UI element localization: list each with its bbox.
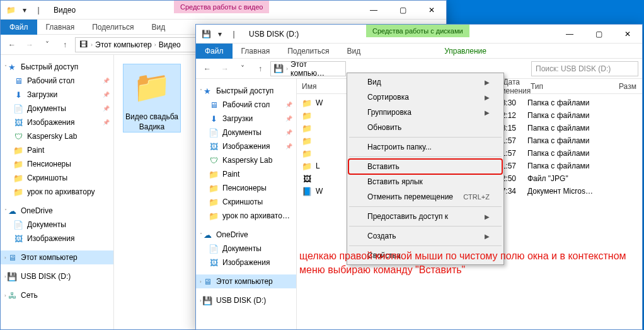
ribbon-file[interactable]: Файл <box>1 20 37 35</box>
nav-item-label: Пенсионеры <box>27 160 71 168</box>
maximize-button[interactable]: ▢ <box>388 1 417 20</box>
nav-item[interactable]: 📁Paint <box>1 143 113 157</box>
nav-item-icon: 🖼 <box>209 257 219 268</box>
nav-item[interactable]: 📁Скриншоты <box>196 195 296 209</box>
file-icon: 📁 <box>302 123 312 133</box>
contextual-tab[interactable]: Средства работы с видео <box>174 1 269 13</box>
menu-item[interactable]: Предоставить доступ к▶ <box>348 209 502 224</box>
menu-item[interactable]: Настроить папку... <box>348 139 502 155</box>
nav-item-icon: 📁 <box>13 145 23 155</box>
breadcrumb-segment[interactable]: Видео <box>159 40 181 49</box>
menu-item[interactable]: Вставить ярлык <box>348 174 502 189</box>
menu-item[interactable]: Сортировка▶ <box>348 90 502 105</box>
menu-item[interactable]: Группировка▶ <box>348 105 502 120</box>
close-button[interactable]: ✕ <box>613 25 642 44</box>
ribbon-file[interactable]: Файл <box>196 44 233 59</box>
annotation-text: щелкаю правой кнопкой мыши по чистому по… <box>299 249 640 278</box>
minimize-button[interactable]: — <box>359 1 388 20</box>
menu-item[interactable]: Создать▶ <box>348 228 502 244</box>
nav-item[interactable]: 🖼Изображения <box>196 139 296 153</box>
col-size[interactable]: Разм <box>614 82 642 91</box>
nav-item-icon: 📁 <box>209 211 219 221</box>
titlebar[interactable]: 📁 ▾ | Видео Средства работы с видео — ▢ … <box>1 1 446 20</box>
minimize-button[interactable]: — <box>555 25 584 44</box>
ribbon-view[interactable]: Вид <box>338 44 369 59</box>
nav-item[interactable]: 📁Пенсионеры <box>1 157 113 171</box>
nav-item[interactable]: 🛡Kaspersky Lab <box>196 153 296 167</box>
ribbon-manage[interactable]: Управление <box>435 44 495 59</box>
nav-item[interactable]: 📄Документы <box>1 218 113 232</box>
nav-item[interactable]: 📁Paint <box>196 167 296 181</box>
ribbon-share[interactable]: Поделиться <box>279 44 338 59</box>
nav-item-label: Документы <box>222 244 262 253</box>
menu-label: Обновить <box>367 123 401 132</box>
nav-usb[interactable]: ›💾USB DISK (D:) <box>1 269 113 283</box>
nav-onedrive[interactable]: ˅☁OneDrive <box>196 228 296 242</box>
ribbon-share[interactable]: Поделиться <box>83 20 142 35</box>
cell-name: W <box>316 98 347 107</box>
menu-item[interactable]: Отменить перемещениеCTRL+Z <box>348 189 502 204</box>
contextual-tab[interactable]: Средства работы с дисками <box>366 25 469 37</box>
nav-item[interactable]: 🖼Изображения <box>1 232 113 245</box>
menu-item[interactable]: Вид▶ <box>348 74 502 90</box>
nav-item[interactable]: 🖥Рабочий стол <box>1 74 113 88</box>
nav-item-label: Пенсионеры <box>222 184 267 192</box>
nav-quick-access[interactable]: ˅★Быстрый доступ <box>1 60 113 74</box>
nav-item[interactable]: 📄Документы <box>196 126 296 139</box>
nav-item[interactable]: 📁урок по архивато… <box>196 209 296 223</box>
nav-pane[interactable]: ˅★Быстрый доступ 🖥Рабочий стол⬇Загрузки📄… <box>196 79 297 329</box>
col-type[interactable]: Тип <box>526 82 614 91</box>
recent-button[interactable]: ˅ <box>235 61 250 76</box>
nav-item[interactable]: 🖼Изображения <box>1 115 113 129</box>
nav-item-label: Скриншоты <box>222 197 263 206</box>
up-button[interactable]: ↑ <box>57 37 72 52</box>
col-name[interactable]: Имя <box>297 82 341 91</box>
titlebar[interactable]: 💾 ▾ | USB DISK (D:) Средства работы с ди… <box>196 25 642 44</box>
menu-item[interactable]: Обновить <box>348 120 502 135</box>
cloud-icon: ☁ <box>7 206 17 216</box>
up-button[interactable]: ↑ <box>253 61 268 76</box>
nav-item-icon: 🖼 <box>13 233 23 244</box>
menu-item[interactable]: Вставить <box>348 159 502 174</box>
forward-button[interactable]: → <box>217 61 233 76</box>
nav-this-pc[interactable]: ›🖥Этот компьютер <box>1 250 113 264</box>
star-icon: ★ <box>7 62 17 72</box>
nav-this-pc[interactable]: ›🖥Этот компьютер <box>196 274 296 288</box>
nav-item[interactable]: 📁урок по архиватору <box>1 185 113 199</box>
ribbon-view[interactable]: Вид <box>142 20 174 35</box>
folder-tile[interactable]: 📁 Видео свадьба Вадика <box>124 64 180 132</box>
menu-separator <box>349 137 502 138</box>
nav-item[interactable]: 📄Документы <box>1 102 113 115</box>
nav-pane[interactable]: ˅★Быстрый доступ 🖥Рабочий стол⬇Загрузки📄… <box>1 55 114 329</box>
nav-usb[interactable]: ›💾USB DISK (D:) <box>196 293 296 307</box>
save-icon[interactable]: ▾ <box>20 5 30 15</box>
back-button[interactable]: ← <box>4 37 20 52</box>
close-button[interactable]: ✕ <box>417 1 446 20</box>
nav-item[interactable]: 📄Документы <box>196 242 296 256</box>
nav-item-icon: 🖥 <box>13 76 23 86</box>
nav-item[interactable]: 🛡Kaspersky Lab <box>1 129 113 143</box>
nav-quick-access[interactable]: ˅★Быстрый доступ <box>196 84 296 98</box>
recent-button[interactable]: ˅ <box>40 37 55 52</box>
ribbon-home[interactable]: Главная <box>37 20 84 35</box>
nav-item[interactable]: 🖥Рабочий стол <box>196 98 296 112</box>
breadcrumb-segment[interactable]: Этот компьютер <box>95 40 152 49</box>
nav-item[interactable]: 📁Скриншоты <box>1 171 113 185</box>
nav-item[interactable]: ⬇Загрузки <box>196 112 296 126</box>
nav-item[interactable]: 📁Пенсионеры <box>196 181 296 195</box>
nav-item[interactable]: ⬇Загрузки <box>1 88 113 102</box>
nav-item[interactable]: 🖼Изображения <box>196 256 296 269</box>
maximize-button[interactable]: ▢ <box>584 25 613 44</box>
back-button[interactable]: ← <box>200 61 215 76</box>
address-bar[interactable]: 💾 › Этот компью… <box>270 61 346 76</box>
breadcrumb-segment[interactable]: Этот компью… <box>290 60 343 78</box>
save-icon[interactable]: ▾ <box>215 29 225 39</box>
search-input[interactable]: Поиск: USB DISK (D:) <box>531 61 638 76</box>
nav-item-icon: 📄 <box>13 220 23 230</box>
forward-button[interactable]: → <box>22 37 37 52</box>
ribbon-home[interactable]: Главная <box>233 44 279 59</box>
nav-network[interactable]: ›🖧Сеть <box>1 288 113 302</box>
network-icon: 🖧 <box>7 290 17 300</box>
context-menu[interactable]: Вид▶Сортировка▶Группировка▶ОбновитьНастр… <box>347 73 504 265</box>
nav-onedrive[interactable]: ˅☁OneDrive <box>1 204 113 218</box>
